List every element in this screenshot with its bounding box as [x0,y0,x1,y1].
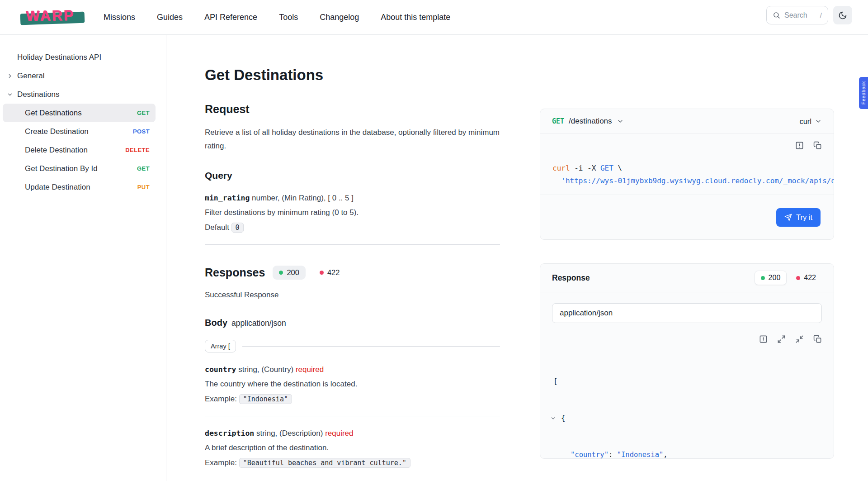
search-shortcut-hint: / [820,11,822,19]
status-code: 422 [327,268,340,277]
nav-missions[interactable]: Missions [104,13,135,22]
param-default: Default 0 [205,223,500,233]
sidebar-item-create-destination[interactable]: Create Destination POST [3,122,156,141]
endpoint-path: /destinations [569,117,612,126]
nav-tools[interactable]: Tools [279,13,298,22]
search-input[interactable]: Search / [766,6,828,24]
sidebar-item-holiday-destinations-api[interactable]: Holiday Destinations API [0,48,166,67]
nav-guides[interactable]: Guides [157,13,183,22]
sidebar-item-get-destinations[interactable]: Get Destinations GET [3,104,156,122]
sidebar-item-label: Get Destinations [25,109,82,118]
sidebar-item-label: Get Destination By Id [25,164,98,173]
status-dot-red [796,276,800,280]
response-code-tabs: 200 422 [755,271,822,285]
endpoint-method: GET [552,117,564,125]
field-meta: string, (Country) [238,365,293,374]
response-200-tab[interactable]: 200 [755,271,787,285]
sidebar-item-update-destination[interactable]: Update Destination PUT [3,178,156,196]
sidebar-item-label: Destinations [17,90,60,99]
code-toolbar [795,141,822,150]
json-open-bracket: [ [552,376,822,388]
example-label: Example: [205,395,237,403]
field-name: description [205,429,254,438]
endpoint-selector[interactable]: GET /destinations [552,117,624,126]
sidebar-item-label: Holiday Destinations API [17,53,101,62]
alert-square-icon [795,141,804,150]
minimize-icon [795,335,804,343]
language-label: curl [799,117,811,126]
expand-button[interactable] [777,335,786,344]
sidebar-item-label: General [17,71,44,81]
response-toolbar [552,335,822,344]
code-cmd: curl [552,164,570,172]
chevron-down-icon [815,118,822,125]
collapse-button[interactable] [795,335,804,344]
field-country: country string, (Country) required [205,365,500,374]
copy-icon [813,141,822,150]
status-code: 422 [804,274,816,282]
response-code-422-tab[interactable]: 422 [313,266,346,280]
method-badge: DELETE [125,147,150,153]
response-422-tab[interactable]: 422 [790,271,822,285]
warp-logo[interactable]: WARP [22,6,85,28]
status-dot-green [279,271,283,275]
report-issue-button[interactable] [795,141,804,150]
try-it-button[interactable]: Try it [776,208,821,227]
nav-changelog[interactable]: Changelog [320,13,359,22]
required-flag: required [325,429,353,438]
status-dot-green [761,276,765,280]
code-sample-area: curl -i -X GET \ 'https://wys-01jmybxb9d… [540,134,834,195]
json-row-country: "country": "Indonesia", [552,449,822,459]
sidebar-item-get-destination-by-id[interactable]: Get Destination By Id GET [3,159,156,178]
sidebar-item-delete-destination[interactable]: Delete Destination DELETE [3,141,156,159]
theme-toggle-button[interactable] [833,6,852,24]
body-header: Body application/json [205,318,500,328]
responses-heading: Responses [205,266,265,279]
code-url: 'https://wys-01jmybxb9dg.wysiwyg.cloud.r… [552,176,834,185]
code-linebreak: \ [613,164,622,172]
response-panel-header: Response 200 422 [540,264,834,292]
nav-about-this-template[interactable]: About this template [381,13,450,22]
logo-text: WARP [26,7,75,24]
content-type-select[interactable]: application/json [552,303,822,323]
copy-code-button[interactable] [813,141,822,150]
chevron-right-icon [7,73,13,79]
feedback-ribbon[interactable]: Feedback [859,77,868,109]
header-actions: Search / [766,6,852,24]
chevron-down-icon [7,91,13,98]
section-divider [205,244,500,245]
array-toggle-chip[interactable]: Array [ [205,340,236,352]
status-code: 200 [769,274,781,282]
responses-header: Responses 200 422 [205,266,500,280]
copy-response-button[interactable] [813,335,822,344]
sidebar-item-label: Update Destination [25,183,90,192]
success-text: Successful Response [205,291,500,300]
content-type-value: application/json [560,309,613,318]
method-badge: POST [133,128,150,135]
sidebar-group-general[interactable]: General [0,67,166,85]
default-label: Default [205,223,229,232]
response-code-200-tab[interactable]: 200 [273,266,306,280]
param-name: min_rating [205,194,250,202]
main-nav: Missions Guides API Reference Tools Chan… [104,13,450,22]
example-chip: "Beautiful beaches and vibrant culture." [239,458,410,468]
required-flag: required [296,365,324,374]
nav-api-reference[interactable]: API Reference [204,13,257,22]
request-panel-footer: Try it [540,195,834,239]
example-chip: "Indonesia" [239,394,292,404]
method-badge: GET [137,110,150,116]
field-divider [205,416,500,416]
collapse-node-icon[interactable] [550,415,556,421]
main-content: Get Destinations Request Retrieve a list… [205,35,500,481]
sidebar-group-destinations[interactable]: Destinations [0,85,166,104]
request-panel-header: GET /destinations curl [540,109,834,134]
query-heading: Query [205,170,500,181]
code-method: GET [600,164,613,172]
sidebar: Holiday Destinations API General Destina… [0,35,166,481]
code-flags: -i -X [570,164,600,172]
report-issue-button[interactable] [759,335,768,344]
search-icon [773,11,780,19]
field-name: country [205,365,236,374]
language-selector[interactable]: curl [799,117,822,126]
array-schema-row: Array [ [205,340,500,352]
